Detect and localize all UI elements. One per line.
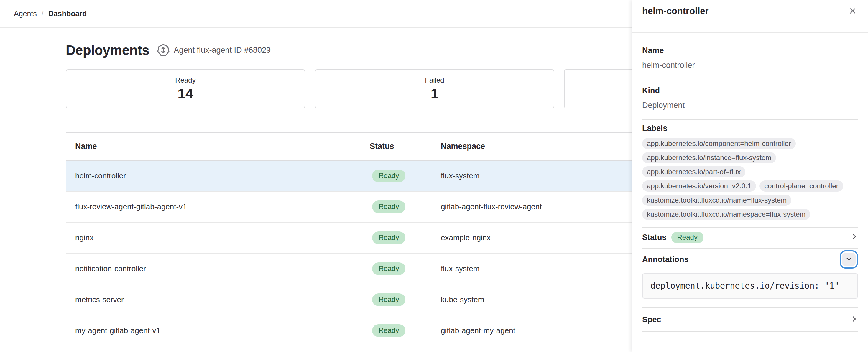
status-badge: Ready	[372, 200, 405, 213]
status-badge: Ready	[372, 262, 405, 275]
label-chip: control-plane=controller	[760, 181, 843, 192]
section-annotations-label: Annotations	[642, 254, 688, 264]
label-chip: app.kubernetes.io/part-of=flux	[642, 166, 745, 178]
breadcrumb-separator: /	[41, 9, 44, 18]
annotations-code-block: deployment.kubernetes.io/revision: "1"	[642, 273, 858, 299]
label-chip: kustomize.toolkit.fluxcd.io/namespace=fl…	[642, 209, 810, 220]
annotations-collapse-button[interactable]	[842, 253, 856, 266]
section-spec[interactable]: Spec	[642, 308, 858, 332]
status-badge: Ready	[671, 232, 704, 243]
status-badge: Ready	[372, 231, 405, 244]
stat-value: 1	[431, 86, 439, 102]
stat-label: Ready	[175, 76, 195, 85]
resource-detail-drawer: helm-controller Name helm-controller Kin…	[632, 0, 868, 352]
drawer-title: helm-controller	[642, 5, 709, 18]
label-chip: app.kubernetes.io/component=helm-control…	[642, 138, 796, 149]
section-kind-label: Kind	[642, 86, 858, 96]
label-chips: app.kubernetes.io/component=helm-control…	[642, 138, 858, 220]
stat-value: 14	[178, 86, 193, 102]
agent-icon	[157, 44, 170, 57]
page-title: Deployments	[66, 42, 149, 58]
section-spec-label: Spec	[642, 315, 661, 325]
section-name-label: Name	[642, 45, 858, 56]
label-chip: app.kubernetes.io/version=v2.0.1	[642, 181, 756, 192]
cell-name: helm-controller	[66, 160, 370, 191]
status-badge: Ready	[372, 324, 405, 337]
section-labels: Labels app.kubernetes.io/component=helm-…	[642, 120, 858, 228]
drawer-body: Name helm-controller Kind Deployment Lab…	[632, 33, 868, 332]
section-status[interactable]: Status Ready	[642, 228, 858, 249]
cell-name: flux-review-agent-gitlab-agent-v1	[66, 191, 370, 222]
agent-info: Agent flux-agent ID #68029	[157, 44, 271, 57]
agent-label: Agent flux-agent ID #68029	[174, 46, 271, 55]
stat-card-ready: Ready 14	[66, 69, 305, 108]
chevron-right-icon	[850, 315, 858, 324]
status-badge: Ready	[372, 169, 405, 182]
cell-name: nginx	[66, 222, 370, 253]
section-name: Name helm-controller	[642, 33, 858, 80]
column-header-name: Name	[66, 132, 370, 160]
stat-label: Failed	[425, 76, 444, 85]
section-labels-label: Labels	[642, 123, 858, 133]
breadcrumb-agents[interactable]: Agents	[14, 9, 37, 18]
close-icon	[848, 6, 857, 16]
stat-card-failed: Failed 1	[315, 69, 554, 108]
label-chip: kustomize.toolkit.fluxcd.io/name=flux-sy…	[642, 195, 791, 206]
chevron-down-icon	[845, 255, 852, 263]
cell-name: metrics-server	[66, 284, 370, 315]
close-button[interactable]	[846, 5, 859, 18]
column-header-status: Status	[370, 132, 441, 160]
section-annotations: Annotations deployment.kubernetes.io/rev…	[642, 249, 858, 308]
cell-name: notification-controller	[66, 253, 370, 284]
drawer-header: helm-controller	[632, 0, 868, 33]
section-name-value: helm-controller	[642, 60, 858, 70]
section-kind-value: Deployment	[642, 100, 858, 110]
breadcrumb-dashboard: Dashboard	[49, 9, 87, 18]
label-chip: app.kubernetes.io/instance=flux-system	[642, 152, 776, 163]
section-status-label: Status	[642, 232, 666, 242]
cell-name: my-agent-gitlab-agent-v1	[66, 315, 370, 346]
chevron-right-icon	[850, 233, 858, 242]
section-kind: Kind Deployment	[642, 80, 858, 120]
status-badge: Ready	[372, 293, 405, 306]
